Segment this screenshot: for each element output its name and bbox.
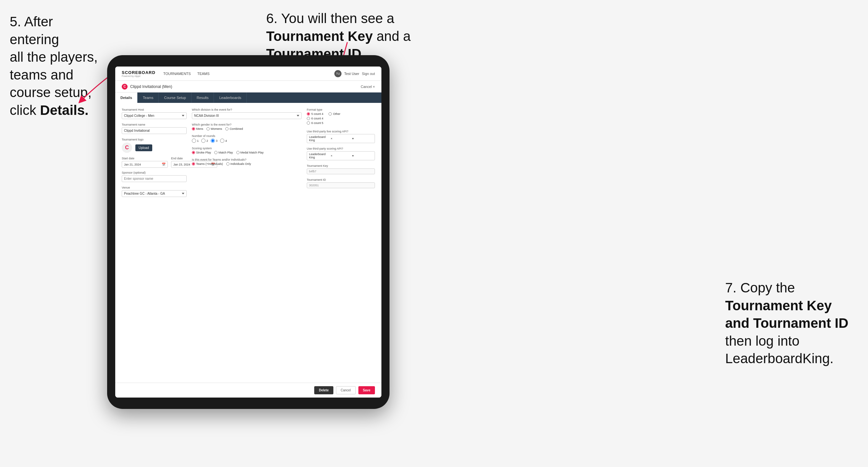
gender-mens-option[interactable]: Mens: [192, 127, 203, 130]
teams-individuals-option[interactable]: Individuals Only: [226, 162, 251, 165]
gender-mens-radio[interactable]: [192, 127, 195, 130]
round-4-radio[interactable]: [220, 138, 224, 143]
round-2-radio[interactable]: [201, 138, 206, 143]
sub-header: C Clippd Invitational (Men) Cancel ×: [115, 81, 381, 93]
tournament-key-group: Tournament Key b4fb7: [307, 164, 375, 174]
scoring-match-radio[interactable]: [214, 151, 217, 154]
annotation-br-text3: LeaderboardKing.: [725, 351, 834, 366]
round-1-option[interactable]: 1: [192, 138, 199, 143]
rounds-label: Number of rounds: [192, 134, 302, 137]
division-select[interactable]: NCAA Division III: [192, 112, 302, 119]
tournament-host-select[interactable]: Clippd College - Men: [122, 112, 187, 119]
start-date-group: Start date 📅: [122, 157, 168, 168]
teams-radio-group: Teams (+Individuals) Individuals Only: [192, 162, 302, 165]
gender-group: Which gender is the event for? Mens Wome…: [192, 123, 302, 130]
cancel-button[interactable]: Cancel: [336, 386, 356, 394]
round-3-option[interactable]: 3: [211, 138, 217, 143]
logo-sub: Powered by clippd: [122, 75, 155, 77]
format-5count4-option[interactable]: 5 count 4: [307, 112, 323, 116]
tournament-key-label: Tournament Key: [307, 164, 375, 167]
start-date-label: Start date: [122, 157, 168, 160]
venue-label: Venue: [122, 186, 187, 189]
format-6count4-radio[interactable]: [307, 117, 310, 120]
tournament-name-input[interactable]: [122, 127, 187, 134]
col-mid: Which division is the event for? NCAA Di…: [192, 108, 302, 377]
division-group: Which division is the event for? NCAA Di…: [192, 108, 302, 119]
sponsor-group: Sponsor (optional): [122, 171, 187, 182]
format-other-option[interactable]: Other: [329, 112, 341, 116]
scoring-label: Scoring system: [192, 147, 302, 150]
teams-individuals-radio[interactable]: [226, 162, 229, 165]
start-date-input[interactable]: [124, 163, 160, 166]
api1-group: Use third-party live scoring API? Leader…: [307, 130, 375, 143]
tablet-screen: SCOREBOARD Powered by clippd TOURNAMENTS…: [115, 66, 381, 398]
annotation-br-text2: then log into: [725, 333, 800, 348]
api1-chevron-icon[interactable]: ▾: [352, 137, 373, 140]
gender-womens-option[interactable]: Womens: [207, 127, 222, 130]
scoring-group: Scoring system Stroke Play Match Play: [192, 147, 302, 154]
api1-clear-icon[interactable]: ×: [331, 137, 351, 140]
tab-course-setup[interactable]: Course Setup: [159, 93, 191, 103]
api1-label: Use third-party live scoring API?: [307, 130, 375, 133]
signout-link[interactable]: Sign out: [362, 72, 375, 75]
scoring-match-option[interactable]: Match Play: [214, 151, 233, 154]
scoring-medal-option[interactable]: Medal Match Play: [236, 151, 264, 154]
tab-details[interactable]: Details: [115, 93, 137, 103]
upload-button[interactable]: Upload: [135, 145, 152, 151]
annotation-tr-text1: 6. You will then see a: [266, 11, 394, 26]
teams-label: Is this event for Teams and/or Individua…: [192, 158, 302, 161]
scoring-radio-group: Stroke Play Match Play Medal Match Play: [192, 151, 302, 154]
format-other-radio[interactable]: [329, 112, 332, 116]
format-6count5-radio[interactable]: [307, 121, 310, 125]
gender-combined-radio[interactable]: [225, 127, 228, 130]
api2-label: Use third-party scoring API?: [307, 147, 375, 150]
annotation-left-text2: all the players,: [10, 49, 98, 65]
cancel-header-button[interactable]: Cancel ×: [361, 85, 375, 89]
tab-teams[interactable]: Teams: [137, 93, 159, 103]
sub-header-logo-icon: C: [122, 84, 128, 90]
rounds-group: Number of rounds 1 2: [192, 134, 302, 143]
main-content: Tournament Host Clippd College - Men Tou…: [115, 103, 381, 383]
nav-teams[interactable]: TEAMS: [197, 72, 210, 75]
api1-value: Leaderboard King: [309, 135, 330, 142]
api2-chevron-icon[interactable]: ▾: [352, 154, 373, 157]
teams-teams-option[interactable]: Teams (+Individuals): [192, 162, 223, 165]
round-3-radio[interactable]: [211, 138, 215, 143]
tournament-host-group: Tournament Host Clippd College - Men: [122, 108, 187, 119]
tournament-name-label: Tournament name: [122, 123, 187, 126]
round-4-option[interactable]: 4: [220, 138, 227, 143]
gender-combined-option[interactable]: Combined: [225, 127, 243, 130]
annotation-left-text5: click: [10, 102, 40, 118]
save-button[interactable]: Save: [359, 386, 375, 394]
scoring-stroke-option[interactable]: Stroke Play: [192, 151, 211, 154]
scoring-stroke-radio[interactable]: [192, 151, 195, 154]
teams-teams-radio[interactable]: [192, 162, 195, 165]
start-date-wrap: 📅: [122, 161, 168, 168]
annotation-left-text3: teams and: [10, 67, 73, 83]
tab-results[interactable]: Results: [191, 93, 214, 103]
nav-tournaments[interactable]: TOURNAMENTS: [163, 72, 191, 75]
gender-womens-radio[interactable]: [207, 127, 210, 130]
venue-group: Venue Peachtree GC - Atlanta - GA: [122, 186, 187, 197]
logo-text: SCOREBOARD: [122, 70, 155, 75]
tab-leaderboards[interactable]: Leaderboards: [214, 93, 247, 103]
sponsor-input[interactable]: [122, 175, 187, 182]
format-6count5-option[interactable]: 6 count 5: [307, 121, 323, 125]
bottom-bar: Delete Cancel Save: [115, 383, 381, 398]
format-5count4-radio[interactable]: [307, 112, 310, 116]
venue-select[interactable]: Peachtree GC - Atlanta - GA: [122, 190, 187, 197]
round-1-radio[interactable]: [192, 138, 196, 143]
format-6count4-option[interactable]: 6 count 4: [307, 117, 323, 120]
scoring-medal-radio[interactable]: [236, 151, 240, 154]
format-options-container: 5 count 4 6 count 4 6 count 5: [307, 112, 375, 126]
api2-clear-icon[interactable]: ×: [331, 154, 351, 157]
start-date-calendar-icon: 📅: [162, 163, 165, 166]
teams-group: Is this event for Teams and/or Individua…: [192, 158, 302, 165]
gender-radio-group: Mens Womens Combined: [192, 127, 302, 130]
round-2-option[interactable]: 2: [201, 138, 208, 143]
top-nav: SCOREBOARD Powered by clippd TOURNAMENTS…: [115, 66, 381, 81]
delete-button[interactable]: Delete: [314, 386, 333, 394]
tournament-host-label: Tournament Host: [122, 108, 187, 111]
api2-value: Leaderboard King: [309, 153, 330, 159]
annotation-br-bold1: Tournament Key: [725, 298, 832, 313]
